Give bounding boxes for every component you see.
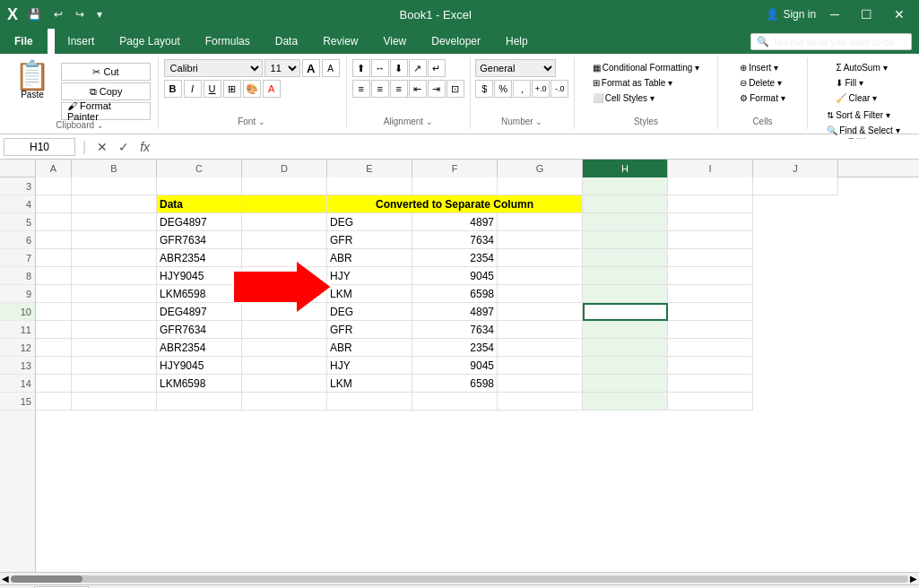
cell-h11[interactable] [583,321,668,339]
cell-b12[interactable] [72,339,157,357]
border-button[interactable]: ⊞ [223,80,241,98]
delete-cells-button[interactable]: ⊖ Delete ▾ [735,76,786,90]
cell-f14[interactable]: 6598 [412,375,498,393]
col-header-d[interactable]: D [242,160,327,177]
cell-c6[interactable]: GFR7634 [157,231,242,249]
orientation-button[interactable]: ↗ [409,59,427,77]
cell-i10[interactable] [668,303,753,321]
name-box[interactable] [4,138,75,156]
col-header-f[interactable]: F [412,160,498,177]
cell-b15[interactable] [72,393,157,411]
tab-help[interactable]: Help [493,29,541,54]
cell-d6[interactable] [242,231,327,249]
cell-a6[interactable] [36,231,72,249]
cell-d9[interactable] [242,285,327,303]
cell-d11[interactable] [242,321,327,339]
cell-i13[interactable] [668,357,753,375]
cell-e8[interactable]: HJY [327,267,412,285]
scroll-right-icon[interactable]: ▶ [910,574,917,584]
cell-f6[interactable]: 7634 [412,231,498,249]
col-header-a[interactable]: A [36,160,72,177]
decrease-indent-button[interactable]: ⇤ [409,80,427,98]
horizontal-scroll-bar[interactable]: ◀ ▶ [0,572,919,584]
col-header-b[interactable]: B [72,160,157,177]
align-left-button[interactable]: ≡ [352,80,370,98]
font-color-button[interactable]: A [263,80,281,98]
cell-e11[interactable]: GFR [327,321,412,339]
cell-e13[interactable]: HJY [327,357,412,375]
cell-h3[interactable] [583,177,668,195]
comma-button[interactable]: , [513,80,531,98]
cell-c5[interactable]: DEG4897 [157,213,242,231]
cell-f9[interactable]: 6598 [412,285,498,303]
cell-b6[interactable] [72,231,157,249]
cell-g14[interactable] [498,375,583,393]
quick-undo-icon[interactable]: ↩ [51,6,65,22]
cell-b13[interactable] [72,357,157,375]
cell-i15[interactable] [668,393,753,411]
col-header-e[interactable]: E [327,160,412,177]
cell-e9[interactable]: LKM [327,285,412,303]
cell-g11[interactable] [498,321,583,339]
cell-c11[interactable]: GFR7634 [157,321,242,339]
cell-c3[interactable] [157,177,242,195]
cell-d7[interactable] [242,249,327,267]
sum-button[interactable]: Σ AutoSum ▾ [831,61,891,74]
align-middle-button[interactable]: ↔ [371,59,389,77]
cell-d3[interactable] [242,177,327,195]
cell-h9[interactable] [583,285,668,303]
cell-a9[interactable] [36,285,72,303]
font-name-select[interactable]: Calibri [164,59,263,77]
cell-styles-button[interactable]: ⬜ Cell Styles ▾ [588,91,659,105]
cell-i4[interactable] [668,195,753,213]
cell-h14[interactable] [583,375,668,393]
tab-page-layout[interactable]: Page Layout [107,29,192,54]
cell-d10[interactable] [242,303,327,321]
cell-b7[interactable] [72,249,157,267]
clear-button[interactable]: 🧹 Clear ▾ [831,91,881,105]
format-as-table-button[interactable]: ⊞ Format as Table ▾ [588,76,677,90]
find-select-button[interactable]: 🔍 Find & Select ▾ [822,124,904,137]
cell-f10[interactable]: 4897 [412,303,498,321]
cell-i7[interactable] [668,249,753,267]
format-painter-button[interactable]: 🖌 Format Painter [61,102,151,120]
sort-filter-button[interactable]: ⇅ Sort & Filter ▾ [822,108,904,122]
cell-i8[interactable] [668,267,753,285]
cell-b3[interactable] [72,177,157,195]
number-format-select[interactable]: General [475,59,556,77]
cell-e4[interactable]: Converted to Separate Column [327,195,583,213]
cell-c14[interactable]: LKM6598 [157,375,242,393]
decrease-font-button[interactable]: A [322,59,340,77]
insert-cells-button[interactable]: ⊕ Insert ▾ [735,61,783,74]
italic-button[interactable]: I [184,80,202,98]
cell-e15[interactable] [327,393,412,411]
cell-b10[interactable] [72,303,157,321]
cell-g3[interactable] [498,177,583,195]
search-box[interactable]: 🔍 Tell me what you want to do [750,33,912,50]
fill-button[interactable]: ⬇ Fill ▾ [831,76,868,90]
cell-e10[interactable]: DEG [327,303,412,321]
fill-color-button[interactable]: 🎨 [243,80,261,98]
cut-button[interactable]: ✂ Cut [61,63,151,81]
cell-c8[interactable]: HJY9045 [157,267,242,285]
cell-a12[interactable] [36,339,72,357]
cell-g5[interactable] [498,213,583,231]
cell-i14[interactable] [668,375,753,393]
quick-access-dropdown-icon[interactable]: ▾ [94,6,105,22]
increase-font-button[interactable]: A [302,59,320,77]
cell-j3[interactable] [753,177,838,195]
conditional-formatting-button[interactable]: ▦ Conditional Formatting ▾ [588,61,704,74]
cell-h13[interactable] [583,357,668,375]
col-header-c[interactable]: C [157,160,242,177]
align-bottom-button[interactable]: ⬇ [390,59,408,77]
cell-a8[interactable] [36,267,72,285]
col-header-g[interactable]: G [498,160,583,177]
cell-c9[interactable]: LKM6598 [157,285,242,303]
cell-h6[interactable] [583,231,668,249]
cell-a10[interactable] [36,303,72,321]
cell-b5[interactable] [72,213,157,231]
cell-a11[interactable] [36,321,72,339]
cell-c15[interactable] [157,393,242,411]
format-cells-button[interactable]: ⚙ Format ▾ [735,91,789,105]
cell-f5[interactable]: 4897 [412,213,498,231]
